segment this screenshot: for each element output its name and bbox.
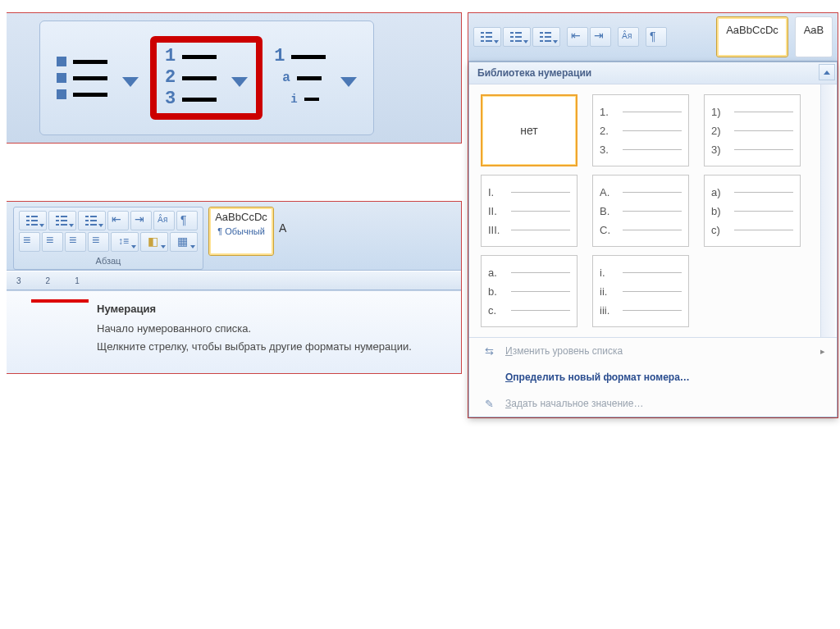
show-hide-button[interactable] (646, 27, 667, 47)
bullets-button-zoom[interactable] (48, 52, 147, 104)
multilevel-button[interactable] (532, 27, 560, 47)
change-list-level-item: ⇆ Изменить уровень списка ▸ (469, 338, 837, 364)
decrease-indent-button[interactable] (567, 27, 588, 47)
highlight-underline (31, 299, 89, 303)
sort-button[interactable] (153, 211, 175, 230)
style-sample: AaBbCcDc (209, 211, 273, 223)
tooltip-title: Нумерация (97, 303, 446, 315)
ruler-mark: 2 (46, 276, 51, 285)
numbering-option-alpha-lower-dot[interactable]: a. b. c. (481, 255, 578, 327)
ruler: 3 2 1 (7, 271, 461, 290)
numbering-button[interactable] (48, 211, 76, 230)
sort-button[interactable] (618, 27, 639, 47)
zoom-buttons-container: 1 2 3 1 a i (39, 21, 374, 135)
ribbon-row: Абзац AaBbCcDc ¶ Обычный A (7, 202, 461, 271)
scroll-up-button[interactable] (819, 64, 835, 80)
numbering-option-alpha-upper[interactable]: A. B. C. (592, 175, 689, 247)
numbering-tooltip: Нумерация Начало нумерованного списка. Щ… (7, 290, 461, 373)
bullets-button[interactable] (473, 27, 501, 47)
panel-mini-ribbon: AaBbCcDc AaB (468, 13, 838, 62)
blank-icon (481, 371, 497, 384)
tooltip-line1: Начало нумерованного списка. (97, 321, 446, 336)
multilevel-button[interactable] (78, 211, 106, 230)
increase-indent-button[interactable] (590, 27, 611, 47)
zoomed-list-buttons-strip: 1 2 3 1 a i (7, 12, 462, 144)
numbering-dropdown-panel: AaBbCcDc AaB Библиотека нумерации ез нет… (468, 12, 838, 418)
align-center-button[interactable] (42, 232, 63, 252)
multilevel-button-zoom[interactable]: 1 a i (266, 44, 365, 112)
shading-button[interactable] (140, 232, 168, 252)
style-extra-mini[interactable]: AaB (795, 16, 833, 57)
numbering-button[interactable] (503, 27, 531, 47)
gallery-scrollbar[interactable] (820, 84, 835, 337)
numbering-option-decimal-dot[interactable]: 1. 2. 3. (592, 94, 689, 166)
chevron-down-icon (340, 77, 357, 87)
style-name: ¶ Обычный (209, 226, 273, 236)
numbering-button-zoom[interactable]: 1 2 3 (165, 49, 248, 107)
line-spacing-button[interactable] (111, 232, 139, 252)
style-preview-mini[interactable]: AaBbCcDc (716, 16, 788, 57)
show-hide-button[interactable] (176, 211, 198, 230)
numbering-option-decimal-paren[interactable]: 1) 2) 3) (704, 94, 801, 166)
ruler-mark: 3 (16, 276, 21, 285)
none-label: нет (520, 124, 537, 137)
align-justify-button[interactable] (88, 232, 109, 252)
ruler-mark: 1 (75, 276, 80, 285)
paragraph-group-label: Абзац (19, 253, 198, 266)
multilevel-icon: 1 a i (274, 49, 326, 107)
dropdown-header-text: Библиотека нумерации (477, 67, 591, 79)
borders-button[interactable] (170, 232, 198, 252)
numbering-option-roman-lower[interactable]: i. ii. iii. (592, 255, 689, 327)
paragraph-group: Абзац (13, 207, 203, 270)
style-normal-preview[interactable]: AaBbCcDc ¶ Обычный (208, 207, 274, 256)
chevron-down-icon (122, 77, 139, 87)
set-start-value-item: ✎ Задать начальное значение… (469, 390, 837, 417)
highlight-numbering-box: 1 2 3 (150, 36, 262, 120)
numbering-library-dropdown: Библиотека нумерации ез нет 1. 2. 3. 1) … (468, 62, 838, 417)
align-right-button[interactable] (65, 232, 86, 252)
bullets-icon (57, 57, 107, 99)
pencil-icon: ✎ (481, 397, 497, 410)
paragraph-ribbon-snippet: Абзац AaBbCcDc ¶ Обычный A 3 2 1 Нумерац… (7, 201, 462, 374)
bullets-button[interactable] (19, 211, 47, 230)
submenu-arrow-icon: ▸ (820, 346, 825, 357)
indent-icon: ⇆ (481, 344, 497, 358)
tooltip-line2: Щелкните стрелку, чтобы выбрать другие ф… (97, 340, 446, 354)
numbering-gallery: нет 1. 2. 3. 1) 2) 3) I. II. III. A. B. … (469, 84, 837, 337)
increase-indent-button[interactable] (130, 211, 152, 230)
dropdown-header: Библиотека нумерации ез (469, 62, 837, 84)
style-extra-preview: A (279, 207, 294, 235)
define-new-number-format-item[interactable]: Определить новый формат номера… (469, 364, 837, 390)
align-left-button[interactable] (19, 232, 40, 252)
numbering-option-alpha-lower-paren[interactable]: a) b) c) (704, 175, 801, 247)
decrease-indent-button[interactable] (107, 211, 129, 230)
numbering-option-roman-upper[interactable]: I. II. III. (481, 175, 578, 247)
numbering-option-none[interactable]: нет (481, 94, 578, 166)
numbering-icon: 1 2 3 (165, 49, 217, 107)
chevron-down-icon (231, 77, 248, 87)
